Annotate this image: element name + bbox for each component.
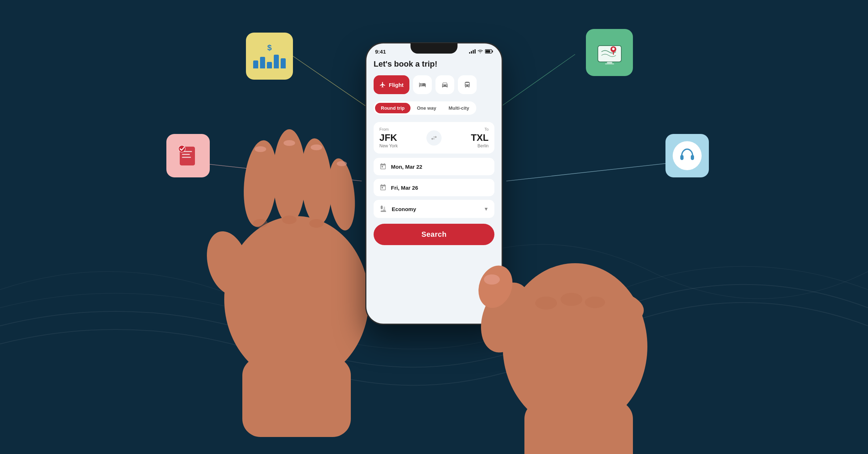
phone-scene: 9:41 <box>271 28 597 426</box>
cabin-class-value: Economy <box>392 206 416 212</box>
svg-rect-34 <box>473 50 474 54</box>
one-way-btn[interactable]: One way <box>411 103 442 113</box>
multi-city-btn[interactable]: Multi-city <box>443 103 475 113</box>
depart-date-field[interactable]: Mon, Mar 22 <box>374 158 494 175</box>
wifi-icon <box>477 49 483 54</box>
calendar-depart-icon <box>379 163 387 170</box>
cabin-class-left: Economy <box>379 205 416 213</box>
round-trip-btn[interactable]: Round trip <box>375 103 410 113</box>
calendar-return-icon <box>379 184 387 191</box>
svg-point-46 <box>561 293 582 306</box>
svg-rect-33 <box>471 51 472 54</box>
seat-icon <box>379 205 387 213</box>
hotel-tab-icon <box>419 81 426 88</box>
svg-point-45 <box>535 297 557 310</box>
svg-rect-17 <box>691 155 694 160</box>
departure-city: New York <box>379 143 426 148</box>
svg-point-26 <box>282 215 297 224</box>
document-check-icon <box>175 143 201 168</box>
swap-icon <box>430 134 438 142</box>
svg-rect-8 <box>607 62 612 63</box>
svg-point-31 <box>337 161 347 166</box>
svg-rect-9 <box>605 63 614 64</box>
battery-icon <box>485 49 493 54</box>
svg-point-15 <box>179 146 185 152</box>
tab-car[interactable] <box>435 75 454 94</box>
departure-code: JFK <box>379 132 426 143</box>
svg-point-7 <box>612 47 614 50</box>
svg-rect-32 <box>469 52 470 54</box>
svg-point-21 <box>299 138 334 226</box>
map-icon <box>596 39 623 66</box>
trip-type-selector: Round trip One way Multi-city <box>374 101 476 115</box>
svg-point-25 <box>253 219 268 228</box>
route-selector[interactable]: From JFK New York To TXL Berlin <box>374 122 494 154</box>
swap-airports-btn[interactable] <box>426 130 442 146</box>
return-date-field[interactable]: Fri, Mar 26 <box>374 179 494 196</box>
phone-notch <box>410 43 458 54</box>
svg-rect-43 <box>524 401 633 454</box>
svg-rect-35 <box>475 49 476 54</box>
svg-rect-38 <box>486 50 490 53</box>
svg-point-22 <box>326 157 358 232</box>
svg-rect-37 <box>492 51 493 52</box>
tab-bus[interactable] <box>458 75 477 94</box>
svg-rect-16 <box>680 155 684 160</box>
svg-rect-12 <box>182 154 190 155</box>
from-label: From <box>379 127 426 131</box>
svg-rect-24 <box>242 357 351 437</box>
departure-airport[interactable]: From JFK New York <box>379 127 426 148</box>
floating-card-support <box>665 134 709 177</box>
svg-point-44 <box>506 285 644 336</box>
svg-point-28 <box>255 146 266 152</box>
flight-tab-label: Flight <box>389 82 404 88</box>
tab-hotel[interactable] <box>413 75 432 94</box>
svg-rect-4 <box>598 46 621 62</box>
tab-flight[interactable]: Flight <box>374 75 409 94</box>
hand-front <box>459 202 662 454</box>
bus-tab-icon <box>464 81 471 88</box>
category-tabs: Flight <box>374 75 494 94</box>
svg-point-47 <box>585 297 605 308</box>
flight-tab-icon <box>379 81 386 88</box>
status-icons <box>469 49 493 54</box>
signal-icon <box>469 49 476 54</box>
svg-rect-13 <box>182 157 191 158</box>
depart-date-value: Mon, Mar 22 <box>391 164 422 170</box>
page-title: Let's book a trip! <box>374 59 494 69</box>
return-date-value: Fri, Mar 26 <box>391 185 418 191</box>
to-label: To <box>442 127 489 131</box>
status-time: 9:41 <box>375 49 386 55</box>
arrival-city: Berlin <box>442 143 489 148</box>
arrival-code: TXL <box>442 132 489 143</box>
svg-point-29 <box>284 140 295 146</box>
svg-point-27 <box>309 219 324 228</box>
arrival-airport[interactable]: To TXL Berlin <box>442 127 489 148</box>
car-tab-icon <box>441 81 448 88</box>
svg-point-42 <box>484 274 500 285</box>
headset-icon <box>673 141 702 170</box>
svg-point-30 <box>311 144 322 150</box>
